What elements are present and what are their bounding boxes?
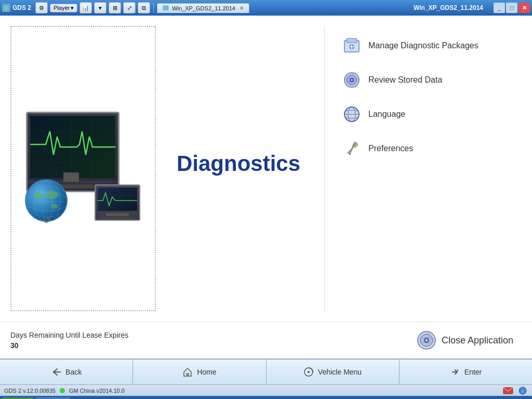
menu-item-review-data[interactable]: Review Stored Data [335, 65, 522, 95]
bottom-info: Days Remaining Until Lease Expires 30 Cl… [0, 322, 532, 358]
window-title-center: Win_XP_GDS2_11.2014 [403, 4, 494, 11]
review-data-label: Review Stored Data [368, 75, 442, 85]
svg-rect-0 [3, 5, 9, 10]
close-button[interactable]: ✕ [518, 3, 530, 13]
enter-button[interactable]: Enter [400, 360, 532, 384]
close-app-icon [417, 330, 436, 350]
enter-icon [450, 367, 460, 377]
svg-point-18 [51, 204, 58, 209]
svg-point-17 [46, 191, 58, 199]
center-panel: Diagnostics [166, 26, 314, 311]
toolbar-copy-btn[interactable]: ⧉ [138, 2, 150, 14]
lease-days: 30 [10, 341, 128, 350]
small-screen-svg [98, 188, 137, 211]
app-window: ↺ Diagnostics [0, 16, 532, 384]
left-panel: ↺ [10, 26, 156, 311]
menu-item-language[interactable]: Language [335, 100, 522, 129]
toolbar-sep [153, 3, 154, 13]
app-title: GDS 2 [12, 4, 31, 11]
back-button[interactable]: Back [0, 360, 133, 384]
vehicle-menu-label: Vehicle Menu [318, 368, 362, 376]
dropdown-arrow: ▾ [71, 5, 74, 11]
language-icon [341, 104, 362, 125]
minimize-button[interactable]: _ [494, 3, 505, 13]
home-label: Home [197, 368, 216, 376]
back-label: Back [65, 368, 82, 376]
svg-rect-26 [351, 45, 352, 49]
taskbar: start GDS 2 EN 15:03 [0, 396, 532, 399]
player-label: Player [54, 5, 70, 11]
close-app-button[interactable]: Close Application [408, 327, 522, 353]
tab-icon [163, 5, 170, 12]
info-icon: i [517, 387, 528, 395]
home-icon [182, 367, 193, 377]
toolbar-chart-btn[interactable]: 📊 [79, 2, 92, 14]
wrench-icon [341, 138, 362, 159]
window-controls: _ □ ✕ [494, 3, 530, 13]
menu-item-manage-packages[interactable]: Manage Diagnostic Packages [335, 31, 522, 60]
version-label: GDS 2 v.12.0.00835 [4, 388, 56, 394]
manage-packages-label: Manage Diagnostic Packages [368, 41, 478, 50]
globe-arrows: ↺ [25, 215, 68, 226]
app-icon [2, 4, 10, 12]
svg-rect-3 [163, 6, 168, 10]
svg-point-48 [308, 371, 310, 373]
monitor-screen [30, 116, 115, 178]
title-bar: GDS 2 ⚙ Player ▾ 📊 ▾ ⊞ ⤢ ⧉ Win_XP_GDS2_1… [0, 0, 532, 16]
svg-point-43 [425, 339, 428, 342]
vehicle-menu-button[interactable]: Vehicle Menu [267, 360, 400, 384]
lease-info-block: Days Remaining Until Lease Expires 30 [10, 331, 128, 350]
disk-icon [341, 70, 362, 90]
gm-version-label: GM China v2014.10.0 [69, 388, 125, 394]
toolbar-expand-btn[interactable]: ⤢ [123, 2, 136, 14]
status-right: i [503, 387, 528, 395]
nav-bar: Back Home Vehicle Menu Enter [0, 358, 532, 384]
vehicle-menu-icon [303, 367, 314, 377]
svg-rect-1 [5, 10, 7, 11]
menu-item-preferences[interactable]: Preferences [335, 134, 522, 163]
player-dropdown[interactable]: Player ▾ [50, 4, 77, 12]
back-icon [51, 367, 61, 377]
monitor-stand [63, 172, 79, 182]
svg-line-38 [350, 142, 355, 154]
home-button[interactable]: Home [133, 360, 266, 384]
svg-text:i: i [522, 389, 523, 394]
status-bar: GDS 2 v.12.0.00835 GM China v2014.10.0 i [0, 384, 532, 396]
title-bar-left: GDS 2 [2, 4, 31, 12]
maximize-button[interactable]: □ [506, 3, 517, 13]
svg-point-16 [35, 193, 43, 199]
toolbar-chart2-btn[interactable]: ▾ [94, 2, 107, 14]
lease-label: Days Remaining Until Lease Expires [10, 331, 128, 339]
diagnostics-image: ↺ [21, 112, 145, 226]
main-content: ↺ Diagnostics [0, 16, 532, 322]
email-icon [503, 387, 513, 395]
toolbar-settings-btn[interactable]: ⚙ [35, 2, 48, 14]
heartbeat-svg [30, 121, 115, 163]
tab-label: Win_XP_GDS2_11.2014 [172, 5, 235, 11]
title-tabs: ⚙ Player ▾ 📊 ▾ ⊞ ⤢ ⧉ Win_XP_GDS2_11.2014… [35, 1, 403, 15]
svg-rect-4 [165, 10, 166, 11]
tab-close-icon[interactable]: ✕ [240, 5, 244, 11]
right-panel: Manage Diagnostic Packages Review Stored… [324, 26, 522, 311]
tab-gds2[interactable]: Win_XP_GDS2_11.2014 ✕ [157, 3, 249, 13]
small-monitor [95, 184, 140, 221]
page-title: Diagnostics [177, 151, 314, 176]
language-label: Language [368, 110, 405, 119]
enter-label: Enter [464, 368, 482, 376]
svg-rect-22 [347, 38, 357, 43]
package-icon [341, 35, 362, 56]
svg-rect-46 [186, 373, 189, 376]
svg-rect-2 [4, 11, 8, 11]
toolbar-layout-btn[interactable]: ⊞ [109, 2, 121, 14]
preferences-label: Preferences [368, 144, 413, 153]
status-indicator [60, 388, 65, 393]
close-app-label: Close Application [442, 335, 513, 346]
svg-point-30 [351, 79, 353, 81]
